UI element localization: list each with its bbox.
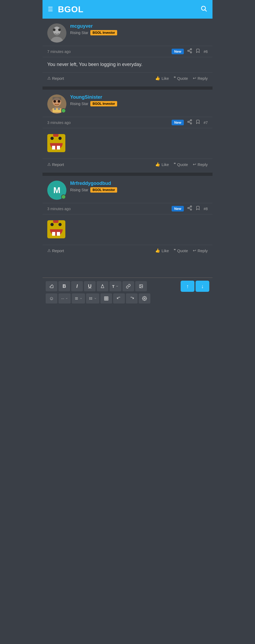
user-section-8: M Mrfreddygoodbud Rising Star BGOL Inves…	[42, 176, 212, 203]
post-content-7	[42, 128, 212, 159]
post-content-8	[42, 214, 212, 245]
list-button[interactable]	[86, 293, 99, 304]
like-icon-6: 👍	[155, 76, 160, 81]
svg-rect-19	[54, 108, 56, 110]
report-icon-7: ⚠	[47, 162, 51, 167]
time-ago-8: 3 minutes ago	[47, 207, 168, 211]
reply-icon-7: ↩	[193, 162, 196, 167]
share-icon-6[interactable]	[187, 48, 192, 55]
menu-icon[interactable]: ☰	[48, 6, 53, 13]
quote-icon-8: ❞	[174, 248, 176, 253]
post-meta-6: 7 minutes ago New #6	[42, 46, 212, 57]
link-button[interactable]	[122, 281, 134, 291]
user-info-6: mcguyver Rising Star BGOL Investor	[70, 23, 208, 35]
post-num-7: #7	[203, 121, 208, 125]
settings-button[interactable]	[139, 293, 150, 304]
report-button-8[interactable]: ⚠ Report	[47, 248, 64, 253]
bold-button[interactable]: B	[58, 281, 70, 291]
like-button-6[interactable]: 👍 Like	[155, 76, 169, 81]
more-button[interactable]: ···	[58, 293, 71, 304]
investor-badge-6: BGOL Investor	[90, 30, 117, 35]
media-button[interactable]	[135, 281, 147, 291]
time-ago-6: 7 minutes ago	[47, 49, 168, 54]
svg-rect-17	[53, 97, 61, 100]
action-bar-7: ⚠ Report 👍 Like ❞ Quote ↩ Reply	[42, 159, 212, 170]
online-indicator-8	[61, 194, 66, 199]
user-section-6: mcguyver Rising Star BGOL Investor	[42, 19, 212, 46]
report-icon-6: ⚠	[47, 76, 51, 81]
redo-button[interactable]	[126, 293, 138, 304]
svg-point-8	[188, 50, 189, 52]
bookmark-icon-6[interactable]	[196, 48, 200, 55]
svg-point-26	[190, 206, 192, 207]
font-size-button[interactable]: T	[109, 281, 121, 291]
reply-button-6[interactable]: ↩ Reply	[193, 76, 208, 81]
scroll-down-button[interactable]: ↓	[196, 281, 209, 292]
avatar-8: M	[47, 181, 66, 200]
action-bar-8: ⚠ Report 👍 Like ❞ Quote ↩ Reply	[42, 245, 212, 256]
emoji-image-7	[47, 134, 65, 152]
reply-button-8[interactable]: ↩ Reply	[193, 248, 208, 253]
quote-icon-6: ❞	[174, 76, 176, 81]
post-text-6: You never left, You been logging in ever…	[47, 61, 208, 68]
svg-point-21	[190, 120, 192, 121]
emoji-image-8	[47, 220, 65, 238]
quote-button-8[interactable]: ❞ Quote	[174, 248, 188, 253]
reply-icon-6: ↩	[193, 76, 196, 81]
action-bar-6: ⚠ Report 👍 Like ❞ Quote ↩ Reply	[42, 72, 212, 84]
svg-point-5	[53, 28, 56, 31]
search-icon[interactable]	[200, 5, 207, 14]
svg-line-1	[205, 10, 207, 11]
svg-line-30	[189, 207, 191, 207]
quote-button-6[interactable]: ❞ Quote	[174, 76, 188, 81]
app-header: ☰ BGOL	[42, 0, 212, 19]
username-7[interactable]: YoungSinister	[70, 94, 208, 100]
svg-point-41	[89, 298, 90, 298]
like-icon-7: 👍	[155, 162, 160, 167]
svg-line-24	[189, 122, 191, 123]
svg-line-29	[189, 208, 191, 209]
svg-line-11	[189, 49, 191, 50]
user-section-7: YoungSinister Rising Star BGOL Investor	[42, 90, 212, 117]
quote-button-7[interactable]: ❞ Quote	[174, 162, 188, 167]
underline-button[interactable]: U	[84, 281, 96, 291]
online-indicator-7	[61, 108, 66, 113]
bookmark-icon-7[interactable]	[196, 119, 200, 126]
like-button-8[interactable]: 👍 Like	[155, 248, 169, 253]
username-6[interactable]: mcguyver	[70, 23, 208, 29]
divider-1	[42, 86, 212, 90]
svg-point-27	[188, 207, 189, 209]
svg-point-48	[144, 298, 145, 299]
italic-button[interactable]: I	[71, 281, 83, 291]
svg-rect-20	[58, 108, 60, 110]
username-8[interactable]: Mrfreddygoodbud	[70, 181, 208, 186]
report-button-6[interactable]: ⚠ Report	[47, 76, 64, 81]
post-6: mcguyver Rising Star BGOL Investor 7 min…	[42, 19, 212, 84]
report-button-7[interactable]: ⚠ Report	[47, 162, 64, 167]
bookmark-icon-8[interactable]	[196, 205, 200, 212]
svg-point-6	[58, 28, 61, 31]
reply-button-7[interactable]: ↩ Reply	[193, 162, 208, 167]
like-icon-8: 👍	[155, 248, 160, 253]
user-info-8: Mrfreddygoodbud Rising Star BGOL Investo…	[70, 181, 208, 193]
emoji-button[interactable]: ☺	[46, 293, 57, 304]
svg-point-16	[58, 100, 60, 103]
like-button-7[interactable]: 👍 Like	[155, 162, 169, 167]
table-button[interactable]	[100, 293, 112, 304]
post-num-8: #8	[203, 207, 208, 211]
svg-point-40	[89, 297, 90, 298]
undo-button[interactable]	[113, 293, 125, 304]
report-icon-8: ⚠	[47, 248, 51, 253]
user-rank-8: Rising Star	[70, 188, 88, 192]
color-button[interactable]	[97, 281, 108, 291]
scroll-up-button[interactable]: ↑	[181, 281, 194, 292]
align-button[interactable]	[72, 293, 85, 304]
svg-line-10	[189, 51, 191, 52]
share-icon-7[interactable]	[187, 119, 192, 126]
quote-icon-7: ❞	[174, 162, 176, 167]
share-icon-8[interactable]	[187, 205, 192, 212]
eraser-button[interactable]	[46, 281, 57, 291]
app-logo: BGOL	[58, 5, 83, 14]
avatar-6	[47, 23, 66, 43]
svg-point-33	[140, 285, 141, 286]
